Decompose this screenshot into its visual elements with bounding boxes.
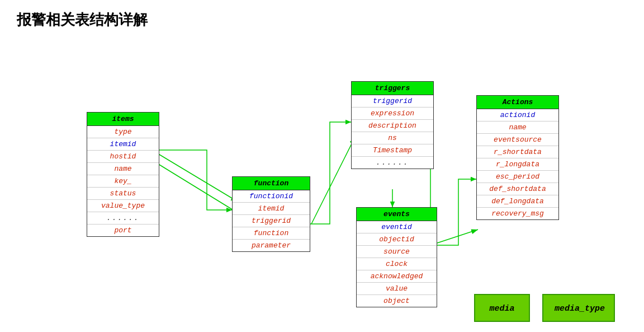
table-row: actionid <box>477 109 558 121</box>
table-row: ...... <box>87 212 159 225</box>
table-items: items type itemid hostid name key_ statu… <box>87 112 159 237</box>
table-row: hostid <box>87 151 159 163</box>
table-row: eventid <box>357 221 437 233</box>
table-media: media <box>474 294 530 322</box>
table-row: type <box>87 126 159 138</box>
table-function-header: function <box>233 177 310 190</box>
table-row: def_longdata <box>477 195 558 208</box>
table-row: itemid <box>87 138 159 151</box>
table-row: r_longdata <box>477 158 558 171</box>
table-row: triggerid <box>352 95 433 107</box>
table-row: acknowledged <box>357 270 437 283</box>
table-row: port <box>87 225 159 236</box>
table-function: function functionid itemid triggerid fun… <box>232 176 310 252</box>
table-row: function <box>233 227 310 240</box>
table-triggers-header: triggers <box>352 82 433 95</box>
table-row: object <box>357 295 437 307</box>
table-actions: Actions actionid name eventsource r_shor… <box>476 95 559 220</box>
table-events-header: events <box>357 208 437 221</box>
table-row: name <box>87 163 159 175</box>
table-triggers: triggers triggerid expression descriptio… <box>351 81 434 169</box>
table-items-header: items <box>87 113 159 126</box>
table-row: parameter <box>233 240 310 251</box>
table-row: status <box>87 188 159 200</box>
table-events: events eventid objectid source clock ack… <box>356 207 437 307</box>
table-row: expression <box>352 107 433 120</box>
table-row: name <box>477 121 558 134</box>
table-row: ...... <box>352 157 433 169</box>
table-row: recovery_msg <box>477 208 558 219</box>
table-row: key_ <box>87 175 159 188</box>
table-row: clock <box>357 258 437 270</box>
table-row: Timestamp <box>352 144 433 157</box>
diagram-area: items type itemid hostid name key_ statu… <box>0 39 644 332</box>
table-row: itemid <box>233 203 310 215</box>
page-title: 报警相关表结构详解 <box>0 0 644 30</box>
table-row: source <box>357 246 437 258</box>
table-row: def_shortdata <box>477 183 558 195</box>
table-row: ns <box>352 132 433 144</box>
table-row: esc_period <box>477 171 558 183</box>
table-row: objectid <box>357 233 437 246</box>
table-media-type: media_type <box>542 294 615 322</box>
table-actions-header: Actions <box>477 96 558 109</box>
table-row: value_type <box>87 200 159 212</box>
table-row: triggerid <box>233 215 310 227</box>
table-row: r_shortdata <box>477 146 558 158</box>
table-row: value <box>357 283 437 295</box>
table-row: description <box>352 120 433 132</box>
table-row: eventsource <box>477 134 558 146</box>
table-row: functionid <box>233 190 310 203</box>
